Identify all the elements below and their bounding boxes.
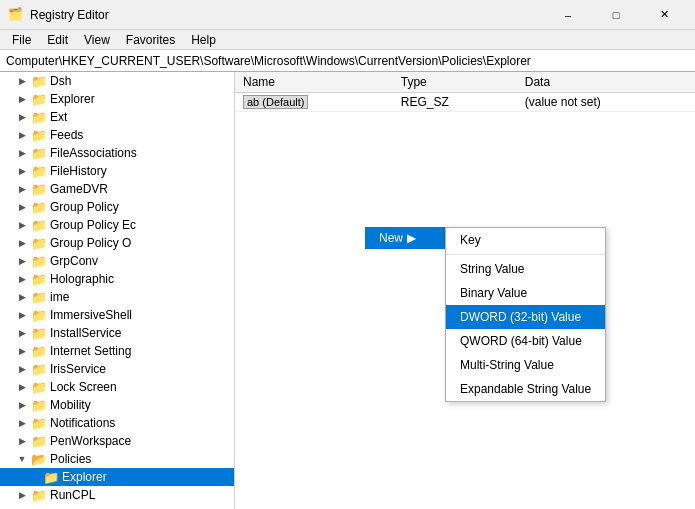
folder-icon-mobility: 📁 [31, 398, 47, 412]
tree-item-mobility[interactable]: ▶ 📁 Mobility [0, 396, 234, 414]
tree-label-grouppolicyo: Group Policy O [50, 236, 131, 250]
close-button[interactable]: ✕ [641, 0, 687, 30]
context-menu-item-qword[interactable]: QWORD (64-bit) Value [446, 329, 605, 353]
tree-item-irisservice[interactable]: ▶ 📁 IrisService [0, 360, 234, 378]
context-menu-item-binary[interactable]: Binary Value [446, 281, 605, 305]
maximize-button[interactable]: □ [593, 0, 639, 30]
folder-icon-penworkspace: 📁 [31, 434, 47, 448]
tree-item-gamedvr[interactable]: ▶ 📁 GameDVR [0, 180, 234, 198]
folder-icon-immersiveshell: 📁 [31, 308, 47, 322]
menu-help[interactable]: Help [183, 31, 224, 49]
tree-label-immersiveshell: ImmersiveShell [50, 308, 132, 322]
folder-icon-holographic: 📁 [31, 272, 47, 286]
tree-item-notifications[interactable]: ▶ 📁 Notifications [0, 414, 234, 432]
tree-item-ime[interactable]: ▶ 📁 ime [0, 288, 234, 306]
row-data: (value not set) [517, 93, 695, 112]
address-bar: Computer\HKEY_CURRENT_USER\Software\Micr… [0, 50, 695, 72]
tree-item-grpconv[interactable]: ▶ 📁 GrpConv [0, 252, 234, 270]
row-type: REG_SZ [393, 93, 517, 112]
folder-icon-grouppolicyec: 📁 [31, 218, 47, 232]
folder-icon-gamedvr: 📁 [31, 182, 47, 196]
context-menu-item-expandable[interactable]: Expandable String Value [446, 377, 605, 401]
main-content: ▶ 📁 Dsh ▶ 📁 Explorer ▶ 📁 Ext ▶ 📁 Feeds ▶… [0, 72, 695, 509]
expand-icon-feeds: ▶ [16, 129, 28, 141]
tree-item-grouppolicyec[interactable]: ▶ 📁 Group Policy Ec [0, 216, 234, 234]
context-menu-item-dword[interactable]: DWORD (32-bit) Value [446, 305, 605, 329]
col-name: Name [235, 72, 393, 93]
folder-icon-irisservice: 📁 [31, 362, 47, 376]
tree-item-explorer-top[interactable]: ▶ 📁 Explorer [0, 90, 234, 108]
context-menu: Key String Value Binary Value DWORD (32-… [445, 227, 606, 402]
app-icon: 🗂️ [8, 7, 24, 23]
expand-icon-immersiveshell: ▶ [16, 309, 28, 321]
tree-label-fileassoc: FileAssociations [50, 146, 137, 160]
tree-label-holographic: Holographic [50, 272, 114, 286]
folder-icon-policies: 📂 [31, 452, 47, 466]
tree-item-grouppolicy[interactable]: ▶ 📁 Group Policy [0, 198, 234, 216]
tree-label-grpconv: GrpConv [50, 254, 98, 268]
tree-label-lockscreen: Lock Screen [50, 380, 117, 394]
tree-label-notifications: Notifications [50, 416, 115, 430]
expand-icon-gamedvr: ▶ [16, 183, 28, 195]
context-menu-item-key[interactable]: Key [446, 228, 605, 252]
tree-label-explorer-selected: Explorer [62, 470, 107, 484]
tree-item-immersiveshell[interactable]: ▶ 📁 ImmersiveShell [0, 306, 234, 324]
menu-edit[interactable]: Edit [39, 31, 76, 49]
expand-icon-explorer-selected [28, 471, 40, 483]
tree-label-irisservice: IrisService [50, 362, 106, 376]
expand-icon-filehistory: ▶ [16, 165, 28, 177]
tree-item-filehistory[interactable]: ▶ 📁 FileHistory [0, 162, 234, 180]
expand-icon-grouppolicy: ▶ [16, 201, 28, 213]
menu-view[interactable]: View [76, 31, 118, 49]
expand-icon-dsh: ▶ [16, 75, 28, 87]
expand-icon-ext: ▶ [16, 111, 28, 123]
new-button[interactable]: New ▶ [365, 227, 445, 249]
new-button-arrow: ▶ [407, 231, 416, 245]
tree-item-holographic[interactable]: ▶ 📁 Holographic [0, 270, 234, 288]
tree-item-runcpl[interactable]: ▶ 📁 RunCPL [0, 486, 234, 504]
title-bar-left: 🗂️ Registry Editor [8, 7, 109, 23]
tree-label-explorer-top: Explorer [50, 92, 95, 106]
tree-label-gamedvr: GameDVR [50, 182, 108, 196]
tree-item-lockscreen[interactable]: ▶ 📁 Lock Screen [0, 378, 234, 396]
expand-icon-holographic: ▶ [16, 273, 28, 285]
expand-icon-lockscreen: ▶ [16, 381, 28, 393]
folder-icon-ext: 📁 [31, 110, 47, 124]
table-row[interactable]: ab (Default) REG_SZ (value not set) [235, 93, 695, 112]
folder-icon-lockscreen: 📁 [31, 380, 47, 394]
row-name: ab (Default) [235, 93, 393, 112]
minimize-button[interactable]: – [545, 0, 591, 30]
tree-item-feeds[interactable]: ▶ 📁 Feeds [0, 126, 234, 144]
tree-item-fileassoc[interactable]: ▶ 📁 FileAssociations [0, 144, 234, 162]
context-menu-item-multistring[interactable]: Multi-String Value [446, 353, 605, 377]
tree-panel[interactable]: ▶ 📁 Dsh ▶ 📁 Explorer ▶ 📁 Ext ▶ 📁 Feeds ▶… [0, 72, 235, 509]
tree-label-feeds: Feeds [50, 128, 83, 142]
tree-item-dsh[interactable]: ▶ 📁 Dsh [0, 72, 234, 90]
expand-icon-grouppolicyec: ▶ [16, 219, 28, 231]
tree-item-penworkspace[interactable]: ▶ 📁 PenWorkspace [0, 432, 234, 450]
folder-icon-runcpl: 📁 [31, 488, 47, 502]
menu-favorites[interactable]: Favorites [118, 31, 183, 49]
folder-icon-internetsetting: 📁 [31, 344, 47, 358]
expand-icon-fileassoc: ▶ [16, 147, 28, 159]
tree-label-ext: Ext [50, 110, 67, 124]
tree-label-dsh: Dsh [50, 74, 71, 88]
expand-icon-ime: ▶ [16, 291, 28, 303]
folder-icon-notifications: 📁 [31, 416, 47, 430]
tree-item-installservice[interactable]: ▶ 📁 InstallService [0, 324, 234, 342]
tree-item-policies[interactable]: ▼ 📂 Policies [0, 450, 234, 468]
tree-label-installservice: InstallService [50, 326, 121, 340]
tree-item-internetsetting[interactable]: ▶ 📁 Internet Setting [0, 342, 234, 360]
tree-item-grouppolicyo[interactable]: ▶ 📁 Group Policy O [0, 234, 234, 252]
new-button-label: New [379, 231, 403, 245]
folder-icon-installservice: 📁 [31, 326, 47, 340]
tree-item-ext[interactable]: ▶ 📁 Ext [0, 108, 234, 126]
title-bar: 🗂️ Registry Editor – □ ✕ [0, 0, 695, 30]
folder-icon-feeds: 📁 [31, 128, 47, 142]
tree-item-explorer-selected[interactable]: 📁 Explorer [0, 468, 234, 486]
context-menu-item-string[interactable]: String Value [446, 257, 605, 281]
menu-file[interactable]: File [4, 31, 39, 49]
folder-icon-grouppolicyo: 📁 [31, 236, 47, 250]
folder-icon-explorer-selected: 📁 [43, 470, 59, 484]
expand-icon-policies: ▼ [16, 453, 28, 465]
